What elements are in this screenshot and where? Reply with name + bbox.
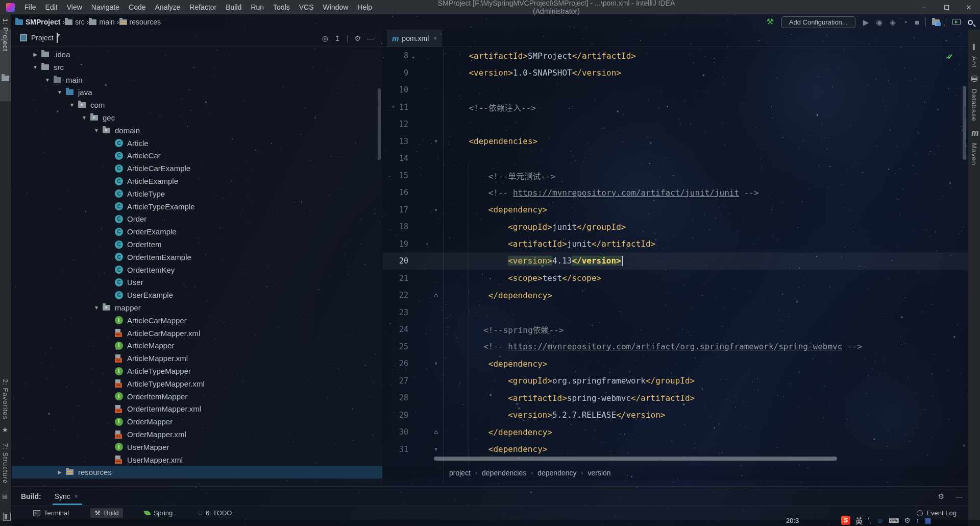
chevron-right-icon[interactable]: ▶: [32, 52, 38, 57]
menu-refactor[interactable]: Refactor: [185, 0, 221, 14]
fold-open-icon[interactable]: ▿: [432, 206, 440, 213]
toolwindow-switcher-icon[interactable]: [3, 513, 11, 521]
ime-icon[interactable]: 英: [855, 515, 863, 525]
stripe-database[interactable]: Database: [970, 89, 978, 122]
close-button[interactable]: ✕: [958, 4, 980, 11]
build-tab-sync[interactable]: Sync ×: [53, 487, 80, 506]
ime-icon[interactable]: S: [841, 516, 850, 525]
menu-help[interactable]: Help: [353, 0, 377, 14]
code-line-20[interactable]: 20<version>4.13</version>: [383, 252, 968, 270]
code-line-27[interactable]: 27<groupId>org.springframework</groupId>: [383, 372, 968, 390]
menu-window[interactable]: Window: [318, 0, 353, 14]
run-icon[interactable]: ▶: [863, 18, 869, 26]
menu-analyze[interactable]: Analyze: [151, 0, 185, 14]
code-line-21[interactable]: 21<scope>test</scope>: [383, 270, 968, 287]
profiler-icon[interactable]: ◔: [903, 18, 908, 26]
code-line-10[interactable]: 10: [383, 81, 968, 99]
fold-open-icon[interactable]: ▿: [432, 446, 440, 453]
code-line-17[interactable]: 17▿<dependency>: [383, 201, 968, 219]
chevron-right-icon[interactable]: ▶: [57, 469, 63, 475]
ime-icon[interactable]: ▦: [924, 516, 931, 524]
code-line-24[interactable]: 24<!--spring依赖-->: [383, 321, 968, 338]
code-line-18[interactable]: 18<groupId>junit</groupId>: [383, 218, 968, 235]
editor-horizontal-scrollbar[interactable]: [434, 457, 837, 461]
locate-file-icon[interactable]: ◎: [322, 34, 328, 42]
search-everywhere-icon[interactable]: [968, 18, 973, 26]
chevron-down-icon[interactable]: ▼: [69, 102, 75, 108]
settings-gear-icon[interactable]: ⚙: [354, 34, 361, 42]
menu-vcs[interactable]: VCS: [295, 0, 318, 14]
chevron-down-icon[interactable]: ▼: [81, 115, 87, 121]
project-structure-icon[interactable]: [932, 18, 940, 26]
ime-icon[interactable]: ’,: [868, 516, 871, 524]
code-line-22[interactable]: 22⌂</dependency>: [383, 286, 968, 304]
ime-icon[interactable]: ↑: [916, 516, 919, 524]
build-settings-gear-icon[interactable]: ⚙: [938, 492, 944, 500]
chevron-down-icon[interactable]: ▼: [93, 305, 100, 310]
menu-tools[interactable]: Tools: [268, 0, 295, 14]
xml-breadcrumb-project[interactable]: project: [449, 469, 471, 477]
code-line-14[interactable]: 14: [383, 150, 968, 167]
stripe-2-favorites[interactable]: 2: Favorites: [2, 379, 9, 420]
maximize-button[interactable]: [935, 4, 958, 11]
tab-close-icon[interactable]: ×: [433, 35, 437, 42]
code-line-12[interactable]: 12: [383, 115, 968, 133]
breadcrumb-main[interactable]: main: [89, 18, 114, 26]
fold-open-icon[interactable]: ▿: [432, 138, 440, 145]
tab-pom-xml[interactable]: m pom.xml ×: [387, 30, 442, 47]
minimize-button[interactable]: –: [913, 4, 935, 11]
sync-tab-close-icon[interactable]: ×: [75, 493, 78, 500]
menu-view[interactable]: View: [62, 0, 87, 14]
ime-icon[interactable]: ☺: [876, 516, 884, 524]
code-line-29[interactable]: 29<version>5.2.7.RELEASE</version>: [383, 407, 968, 424]
chevron-down-icon[interactable]: ▼: [57, 89, 63, 95]
status-spring[interactable]: Spring: [140, 508, 177, 518]
stripe-ant[interactable]: Ant: [970, 56, 978, 68]
code-line-9[interactable]: 9<version>1.0-SNAPSHOT</version>: [383, 64, 968, 82]
tree-item-resources[interactable]: ▶resources: [12, 466, 382, 479]
coverage-icon[interactable]: ◈: [890, 18, 896, 26]
chevron-down-icon[interactable]: ▼: [93, 128, 100, 133]
ime-icon[interactable]: ⌨: [889, 516, 899, 524]
fold-close-icon[interactable]: ⌂: [432, 292, 440, 299]
xml-breadcrumb-dependency[interactable]: dependency: [537, 469, 576, 477]
chevron-down-icon[interactable]: ▼: [32, 64, 38, 70]
run-anything-icon[interactable]: [952, 18, 961, 26]
code-line-8[interactable]: 8<artifactId>SMProject</artifactId>: [383, 47, 968, 64]
build-hide-icon[interactable]: —: [955, 492, 963, 500]
collapse-all-icon[interactable]: ↥: [334, 34, 340, 42]
menu-edit[interactable]: Edit: [41, 0, 62, 14]
code-line-15[interactable]: 15<!--单元测试-->: [383, 167, 968, 184]
menu-file[interactable]: File: [20, 0, 41, 14]
breadcrumb-smproject[interactable]: SMProject: [15, 18, 60, 26]
breadcrumb-src[interactable]: src: [65, 18, 85, 26]
status-6-todo[interactable]: ≡6: TODO: [194, 508, 236, 518]
fold-close-icon[interactable]: ⌂: [432, 428, 440, 436]
code-line-25[interactable]: 25<!-- https://mvnrepository.com/artifac…: [383, 338, 968, 355]
status-build[interactable]: ⚒Build: [90, 508, 123, 518]
inspections-ok-icon[interactable]: ✓✓: [945, 52, 953, 61]
editor-vertical-scrollbar[interactable]: [963, 86, 966, 160]
tree-scrollbar[interactable]: [378, 88, 381, 160]
code-line-16[interactable]: 16<!-- https://mvnrepository.com/artifac…: [383, 184, 968, 201]
xml-breadcrumb-dependencies[interactable]: dependencies: [482, 469, 526, 477]
code-line-13[interactable]: 13▿<dependencies>: [383, 133, 968, 150]
code-line-23[interactable]: 23: [383, 304, 968, 321]
run-configuration-select[interactable]: Add Configuration...: [781, 16, 855, 28]
status-terminal[interactable]: >_Terminal: [29, 508, 73, 518]
code-line-26[interactable]: 26▿<dependency>: [383, 355, 968, 372]
code-line-19[interactable]: 19<artifactId>junit</artifactId>: [383, 235, 968, 253]
stripe-1-project[interactable]: 1: Project: [2, 18, 9, 52]
code-editor[interactable]: 8<artifactId>SMProject</artifactId>9<ver…: [383, 47, 968, 483]
code-line-28[interactable]: 28<artifactId>spring-webmvc</artifactId>: [383, 389, 968, 407]
chevron-down-icon[interactable]: ▼: [44, 77, 51, 83]
breadcrumb-resources[interactable]: resources: [119, 18, 161, 26]
xml-breadcrumb-version[interactable]: version: [588, 469, 611, 477]
debug-icon[interactable]: ◉: [876, 18, 883, 26]
code-line-31[interactable]: 31▿<dependency>: [383, 441, 968, 458]
fold-open-icon[interactable]: ▿: [432, 360, 440, 367]
project-view-title[interactable]: Project: [31, 34, 54, 42]
menu-build[interactable]: Build: [221, 0, 246, 14]
menu-code[interactable]: Code: [124, 0, 150, 14]
ime-icon[interactable]: ⚙: [904, 516, 911, 524]
